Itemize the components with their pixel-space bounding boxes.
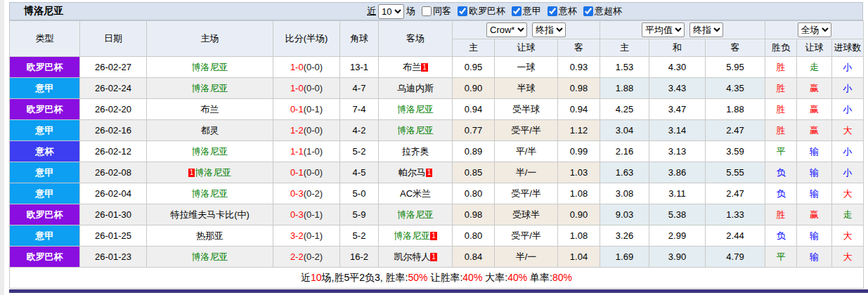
summary-stat-value: 10 bbox=[311, 272, 322, 283]
crow-handicap-cell: 一球 bbox=[495, 57, 558, 78]
team-name[interactable]: 都灵 bbox=[201, 125, 219, 136]
odds-time-select[interactable]: 终指 bbox=[689, 22, 723, 37]
seriea-checkbox[interactable] bbox=[512, 6, 522, 16]
supercoppa-label: 意超杯 bbox=[595, 5, 622, 18]
coppa-checkbox[interactable] bbox=[548, 6, 557, 16]
team-name[interactable]: 凯尔特人 bbox=[394, 251, 430, 262]
goals-result-cell: 小 bbox=[832, 162, 864, 183]
team-name[interactable]: 热那亚 bbox=[196, 230, 224, 241]
crow-away-odds-cell: 0.94 bbox=[558, 99, 600, 120]
team-name[interactable]: 博洛尼亚 bbox=[192, 146, 228, 157]
bookmaker-select[interactable]: Crow* bbox=[486, 22, 527, 37]
league-type-cell[interactable]: 欧罗巴杯 bbox=[10, 247, 80, 268]
match-history-panel: 博洛尼亚 近 10 场 同客 欧罗巴杯 意甲 bbox=[0, 0, 868, 295]
result-cell: 胜 bbox=[765, 99, 797, 120]
team-name[interactable]: 博洛尼亚 bbox=[397, 209, 434, 220]
note-badge: 1 bbox=[188, 169, 195, 177]
team-name[interactable]: 博洛尼亚 bbox=[192, 62, 228, 72]
crow-away-odds-cell: 1.08 bbox=[558, 183, 600, 204]
avg-away-odds-cell: 4.79 bbox=[706, 247, 765, 268]
halftime-score: (0-1) bbox=[304, 104, 323, 114]
avg-draw-odds-cell: 3.11 bbox=[649, 183, 706, 204]
crow-home-odds-cell: 0.80 bbox=[453, 225, 495, 247]
halftime-score: (0-0) bbox=[304, 167, 323, 178]
away-team-cell: 帕尔马1 bbox=[379, 162, 453, 183]
avg-draw-odds-cell: 5.38 bbox=[649, 204, 706, 225]
match-row: 意甲26-02-081博洛尼亚0-1(0-0)4-5帕尔马10.85半/一1.0… bbox=[10, 162, 864, 183]
supercoppa-checkbox[interactable] bbox=[583, 6, 593, 16]
handicap-result-cell: 输 bbox=[797, 247, 832, 268]
avg-home-odds-cell: 9.03 bbox=[600, 204, 649, 225]
home-team-cell: 博洛尼亚 bbox=[147, 183, 273, 204]
crow-away-odds-cell: 0.98 bbox=[558, 78, 600, 99]
handicap-result-cell: 输 bbox=[797, 162, 832, 183]
avg-away-odds-cell: 2.44 bbox=[706, 225, 765, 247]
corner-cell: 16-2 bbox=[340, 247, 379, 268]
goals-result-cell: 小 bbox=[832, 78, 864, 99]
avg-odds-select[interactable]: 平均值 bbox=[642, 22, 685, 37]
league-type-cell[interactable]: 欧罗巴杯 bbox=[10, 204, 80, 225]
col-header-date: 日期 bbox=[80, 21, 147, 57]
corner-cell: 4-7 bbox=[340, 78, 379, 99]
fulltime-score: 0-1 bbox=[290, 104, 304, 114]
team-name[interactable]: 博洛尼亚 bbox=[192, 251, 228, 262]
crow-handicap-cell: 受半球 bbox=[495, 99, 558, 120]
handicap-time-select[interactable]: 终指 bbox=[532, 22, 566, 37]
matches-table: 类型 日期 主场 比分(半场) 角球 客场 Crow* 终指 平均值 bbox=[9, 20, 864, 289]
league-type-cell[interactable]: 意杯 bbox=[10, 141, 80, 162]
avg-away-odds-cell: 2.47 bbox=[706, 183, 765, 204]
crow-handicap-cell: 半/一 bbox=[495, 162, 558, 183]
avg-away-odds-cell: 1.33 bbox=[706, 204, 765, 225]
team-name[interactable]: 博洛尼亚 bbox=[195, 167, 231, 178]
avg-away-odds-cell: 5.55 bbox=[706, 162, 765, 183]
date-cell: 26-02-04 bbox=[80, 183, 147, 204]
avg-draw-odds-cell: 3.90 bbox=[649, 247, 706, 268]
team-name[interactable]: 布兰 bbox=[403, 62, 421, 72]
halftime-score: (0-1) bbox=[304, 230, 323, 241]
avg-away-odds-cell: 2.47 bbox=[706, 120, 765, 141]
goals-result-cell: 走 bbox=[832, 204, 864, 225]
league-type-cell[interactable]: 意甲 bbox=[10, 162, 80, 183]
team-name[interactable]: AC米兰 bbox=[400, 188, 431, 199]
team-name[interactable]: 博洛尼亚 bbox=[397, 125, 434, 136]
recent-link[interactable]: 近 bbox=[367, 5, 376, 18]
col-header-score: 比分(半场) bbox=[273, 21, 340, 57]
avg-draw-odds-cell: 3.13 bbox=[649, 141, 706, 162]
fulltime-score: 0-3 bbox=[290, 188, 304, 199]
col-header-handicap-result: 让球 bbox=[797, 39, 832, 57]
handicap-source-header: Crow* 终指 bbox=[453, 21, 600, 39]
team-name[interactable]: 特拉维夫马卡比(中) bbox=[170, 209, 250, 220]
europa-checkbox[interactable] bbox=[458, 6, 467, 16]
team-name[interactable]: 博洛尼亚 bbox=[192, 188, 228, 199]
same-away-checkbox[interactable] bbox=[422, 6, 432, 16]
seriea-label: 意甲 bbox=[523, 5, 541, 18]
team-name[interactable]: 布兰 bbox=[201, 104, 219, 114]
crow-away-odds-cell: 1.12 bbox=[558, 120, 600, 141]
result-cell: 胜 bbox=[765, 204, 797, 225]
summary-stat-value: 40% bbox=[462, 272, 482, 283]
result-cell: 胜 bbox=[765, 78, 797, 99]
recent-count-select[interactable]: 10 bbox=[378, 4, 404, 19]
score-cell: 0-3(0-2) bbox=[273, 183, 340, 204]
team-name[interactable]: 博洛尼亚 bbox=[394, 230, 430, 241]
result-scope-header: 全场 bbox=[765, 21, 864, 39]
team-name[interactable]: 博洛尼亚 bbox=[192, 83, 228, 93]
avg-home-odds-cell: 1.63 bbox=[600, 162, 649, 183]
team-name[interactable]: 博洛尼亚 bbox=[397, 104, 434, 114]
team-name[interactable]: 乌迪内斯 bbox=[397, 83, 434, 93]
team-name[interactable]: 拉齐奥 bbox=[402, 146, 429, 157]
crow-away-odds-cell: 0.99 bbox=[558, 141, 600, 162]
team-name[interactable]: 帕尔马 bbox=[399, 167, 426, 178]
league-type-cell[interactable]: 意甲 bbox=[10, 78, 80, 99]
league-type-cell[interactable]: 意甲 bbox=[10, 120, 80, 141]
handicap-result-cell: 走 bbox=[797, 57, 832, 78]
league-type-cell[interactable]: 欧罗巴杯 bbox=[10, 99, 80, 120]
date-cell: 26-02-08 bbox=[80, 162, 147, 183]
league-type-cell[interactable]: 意甲 bbox=[10, 183, 80, 204]
scope-select[interactable]: 全场 bbox=[798, 22, 831, 37]
match-row: 欧罗巴杯26-02-27博洛尼亚1-0(0-0)13-1布兰10.95一球0.9… bbox=[10, 57, 864, 78]
match-rows: 欧罗巴杯26-02-27博洛尼亚1-0(0-0)13-1布兰10.95一球0.9… bbox=[10, 57, 864, 268]
col-header-avg-draw: 和 bbox=[649, 39, 706, 57]
league-type-cell[interactable]: 欧罗巴杯 bbox=[10, 57, 80, 78]
league-type-cell[interactable]: 意甲 bbox=[10, 225, 80, 247]
